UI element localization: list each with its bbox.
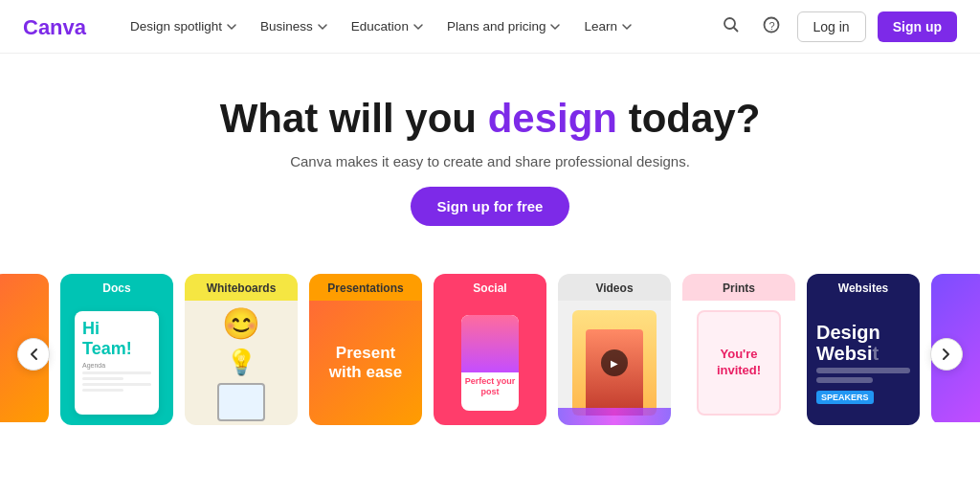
card-videos[interactable]: Videos ▶ — [558, 274, 671, 425]
card-websites-body: DesignWebsit SPEAKERS — [807, 301, 920, 425]
carousel-left-arrow[interactable] — [17, 338, 50, 371]
card-social-label: Social — [434, 274, 546, 301]
signup-button[interactable]: Sign up — [878, 11, 957, 42]
logo[interactable]: Canva — [23, 15, 92, 38]
nav-education[interactable]: Education — [340, 0, 435, 54]
carousel-right-arrow[interactable] — [930, 338, 963, 371]
website-title: DesignWebsit — [816, 322, 910, 364]
prints-preview: You're invited! — [697, 310, 781, 416]
card-prints-body: You're invited! — [682, 301, 795, 425]
social-preview: Perfect your post — [434, 301, 546, 425]
svg-text:Canva: Canva — [23, 15, 87, 38]
card-docs-body: Hi Team! Agenda — [60, 301, 173, 425]
nav-learn[interactable]: Learn — [572, 0, 644, 54]
card-prints-label: Prints — [682, 274, 795, 301]
hero-headline: What will you design today? — [19, 96, 961, 142]
fit-section: A perfect fit for everyone Canva Free Fo… — [0, 454, 980, 495]
docs-hi-text: Hi Team! — [82, 319, 151, 359]
login-button[interactable]: Log in — [797, 11, 866, 42]
nav-business[interactable]: Business — [249, 0, 340, 54]
docs-line-2 — [82, 377, 123, 380]
card-websites[interactable]: Websites DesignWebsit SPEAKERS — [807, 274, 920, 425]
emoji-bulb: 💡 — [226, 348, 256, 377]
hero-section: What will you design today? Canva makes … — [0, 54, 980, 255]
emoji-smile: 😊 — [222, 305, 260, 342]
card-websites-label: Websites — [807, 274, 920, 301]
search-icon — [723, 16, 740, 34]
svg-text:?: ? — [768, 20, 774, 32]
social-image — [461, 315, 519, 372]
card-docs-label: Docs — [60, 274, 173, 301]
svg-point-1 — [724, 18, 735, 29]
docs-line-1 — [82, 371, 151, 374]
card-videos-label: Videos — [558, 274, 671, 301]
card-prints[interactable]: Prints You're invited! — [682, 274, 795, 425]
search-button[interactable] — [717, 11, 746, 42]
nav-actions: ? Log in Sign up — [717, 11, 957, 42]
card-presentations-body: Present with ease — [309, 301, 422, 425]
chevron-icon — [317, 21, 328, 33]
nav-plans-pricing[interactable]: Plans and pricing — [435, 0, 573, 54]
nav-design-spotlight[interactable]: Design spotlight — [119, 0, 249, 54]
hero-cta-button[interactable]: Sign up for free — [411, 187, 570, 226]
chevron-icon — [226, 21, 237, 33]
card-docs[interactable]: Docs Hi Team! Agenda — [60, 274, 173, 425]
presentation-text: Present with ease — [319, 344, 412, 383]
help-button[interactable]: ? — [757, 11, 786, 42]
presentation-preview: Present with ease — [309, 334, 422, 393]
audio-wave — [558, 408, 671, 425]
card-presentations-label: Presentations — [309, 274, 422, 301]
card-social-body: Perfect your post — [434, 301, 546, 425]
chevron-left-icon — [29, 348, 38, 361]
chevron-icon — [549, 21, 561, 33]
help-icon: ? — [763, 16, 780, 34]
chevron-icon — [621, 21, 633, 33]
card-whiteboards[interactable]: Whiteboards 😊 💡 — [185, 274, 298, 425]
website-bar-1 — [816, 368, 910, 373]
card-videos-body: ▶ — [558, 301, 671, 425]
docs-line-4 — [82, 389, 123, 392]
nav-links: Design spotlight Business Education Plan… — [119, 0, 717, 54]
website-speakers-badge: SPEAKERS — [816, 391, 874, 404]
wb-box — [217, 383, 265, 421]
social-caption: Perfect your post — [461, 372, 519, 401]
carousel-section: Docs Hi Team! Agenda Whiteboards 😊 💡 — [0, 255, 980, 454]
social-phone: Perfect your post — [461, 315, 519, 411]
docs-line-3 — [82, 383, 151, 386]
chevron-right-icon — [942, 348, 951, 361]
prints-text: You're invited! — [699, 347, 779, 379]
website-preview: DesignWebsit SPEAKERS — [807, 312, 920, 414]
card-whiteboards-label: Whiteboards — [185, 274, 298, 301]
navbar: Canva Design spotlight Business Educatio… — [0, 0, 980, 54]
card-whiteboards-body: 😊 💡 — [185, 301, 298, 425]
card-presentations[interactable]: Presentations Present with ease — [309, 274, 422, 425]
docs-preview: Hi Team! Agenda — [75, 311, 159, 415]
hero-subtext: Canva makes it easy to create and share … — [19, 153, 961, 169]
website-bar-2 — [816, 377, 873, 383]
whiteboard-preview: 😊 💡 — [217, 305, 265, 421]
chevron-icon — [412, 21, 424, 33]
card-social[interactable]: Social Perfect your post — [434, 274, 546, 425]
carousel-track: Docs Hi Team! Agenda Whiteboards 😊 💡 — [0, 274, 980, 425]
